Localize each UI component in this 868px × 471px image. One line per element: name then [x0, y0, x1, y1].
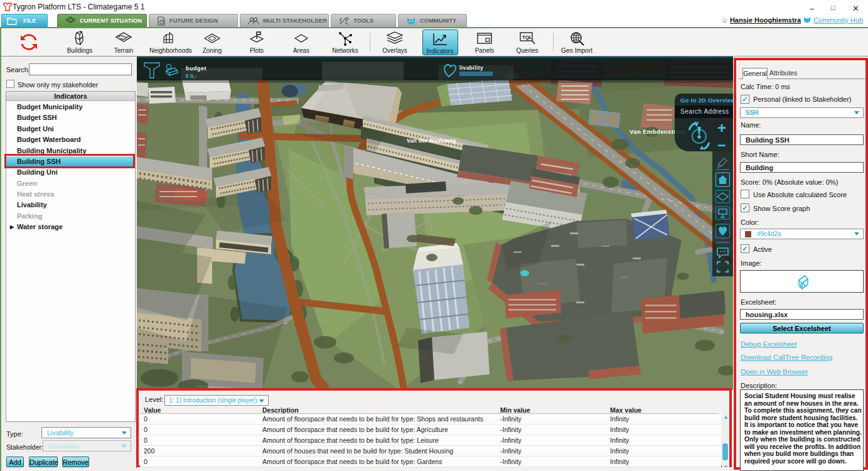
svg-text:livability: livability [459, 65, 483, 71]
svg-text:budget: budget [186, 65, 206, 72]
svg-text:TQL: TQL [522, 35, 532, 40]
svg-text:€ 0,-: € 0,- [186, 73, 196, 79]
svg-text:Van der Waalsweg: Van der Waalsweg [407, 138, 456, 144]
